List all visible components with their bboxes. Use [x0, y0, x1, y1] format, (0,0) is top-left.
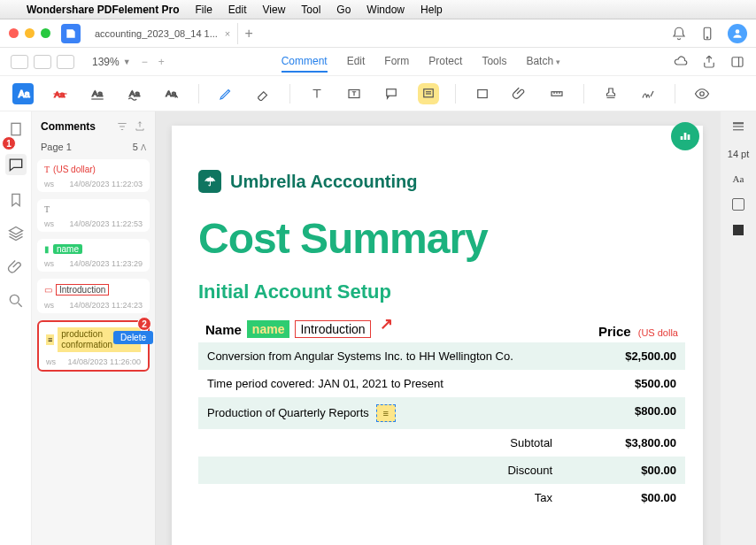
signature-tool[interactable]: [637, 83, 659, 104]
layers-icon[interactable]: [7, 225, 25, 242]
arrow-annotation-icon: ↗: [380, 314, 393, 334]
comment-item-selected[interactable]: 2 ≡ production conformation Delete ws14/…: [37, 320, 150, 372]
document-tab[interactable]: accounting_2023_08_14 1... ×: [88, 23, 238, 44]
strikethrough-tool[interactable]: Aa: [50, 83, 71, 104]
attachments-icon[interactable]: [7, 258, 25, 276]
zoom-in-button[interactable]: +: [158, 56, 165, 68]
rectangle-annotation[interactable]: Introduction: [295, 320, 370, 338]
ai-fab-button[interactable]: [671, 122, 699, 150]
traffic-lights: [9, 28, 50, 38]
eraser-tool[interactable]: [252, 83, 274, 104]
app-logo-icon: [61, 24, 81, 43]
divider: [583, 84, 584, 104]
menu-go[interactable]: Go: [336, 4, 351, 16]
svg-rect-23: [12, 123, 20, 134]
tab-edit[interactable]: Edit: [347, 51, 366, 73]
close-tab-button[interactable]: ×: [225, 28, 230, 39]
tab-batch[interactable]: Batch ▾: [526, 51, 559, 73]
zoom-window-button[interactable]: [41, 28, 50, 38]
page-display-icon[interactable]: [730, 119, 746, 134]
comment-item[interactable]: T ws14/08/2023 11:22:53: [37, 199, 150, 232]
menu-view[interactable]: View: [263, 4, 286, 16]
outline-box-icon[interactable]: [732, 198, 744, 211]
comments-rail-icon[interactable]: [5, 154, 27, 175]
comments-list: T (US dollar) ws14/08/2023 11:22:03 T ws…: [32, 159, 155, 545]
titlebar: accounting_2023_08_14 1... × +: [0, 19, 756, 48]
app-name[interactable]: Wondershare PDFelement Pro: [27, 4, 180, 16]
menu-help[interactable]: Help: [420, 4, 443, 16]
share-icon[interactable]: [701, 54, 717, 70]
mobile-icon[interactable]: [699, 26, 715, 42]
textbox-tool[interactable]: [343, 83, 365, 104]
menu-window[interactable]: Window: [366, 4, 405, 16]
svg-text:Aa: Aa: [19, 88, 30, 98]
font-size-label[interactable]: 14 pt: [728, 149, 749, 159]
content-area: 1 Comments Page 1 5 ᐱ T (US dollar) ws14…: [0, 111, 756, 545]
tab-form[interactable]: Form: [384, 51, 409, 73]
sticky-note-tool[interactable]: [418, 83, 439, 104]
view-mode-sidebar[interactable]: [11, 55, 28, 69]
panel-toggle-icon[interactable]: [729, 54, 745, 70]
search-rail-icon[interactable]: [7, 292, 25, 310]
close-window-button[interactable]: [9, 28, 19, 38]
caret-tool[interactable]: Aa: [161, 83, 182, 104]
zoom-value: 139%: [92, 56, 120, 68]
menu-file[interactable]: File: [196, 4, 212, 16]
squiggly-tool[interactable]: Aa: [124, 83, 145, 104]
export-icon[interactable]: [134, 120, 146, 133]
svg-point-24: [10, 295, 19, 303]
stamp-tool[interactable]: [600, 83, 621, 104]
solid-box-icon[interactable]: [733, 225, 744, 235]
rectangle-tool[interactable]: [472, 83, 493, 104]
visibility-tool[interactable]: [691, 83, 713, 104]
summary-row: Discount$00.00: [198, 457, 685, 484]
menu-tool[interactable]: Tool: [301, 4, 320, 16]
menu-edit[interactable]: Edit: [228, 4, 247, 16]
col-price: Price: [598, 324, 631, 339]
view-mode-single[interactable]: [57, 55, 74, 69]
comments-page-row[interactable]: Page 1 5 ᐱ: [32, 138, 155, 159]
document-page: ☂ Umbrella Acccounting Cost Summary Init…: [172, 126, 703, 545]
text-tool[interactable]: [306, 83, 328, 104]
document-viewport[interactable]: ☂ Umbrella Acccounting Cost Summary Init…: [156, 111, 721, 545]
comment-item[interactable]: ▭ Introduction ws14/08/2023 11:24:23: [37, 279, 150, 313]
zoom-out-button[interactable]: −: [142, 56, 148, 68]
col-name: Name: [205, 322, 242, 337]
avatar[interactable]: [728, 24, 747, 43]
new-tab-button[interactable]: +: [238, 26, 259, 42]
summary-row: Tax$00.00: [198, 484, 685, 511]
svg-point-1: [706, 36, 708, 38]
measure-tool[interactable]: [546, 83, 567, 104]
tab-tools[interactable]: Tools: [482, 51, 506, 73]
tab-comment[interactable]: Comment: [282, 51, 328, 73]
cost-table: Name name Introduction ↗ Price (US dolla…: [198, 316, 685, 511]
highlight-annotation[interactable]: name: [247, 320, 290, 338]
toolbar-annotation: Aa Aa Aa Aa Aa: [0, 76, 756, 111]
notification-icon[interactable]: [671, 26, 687, 42]
cloud-icon[interactable]: [673, 54, 689, 70]
thumbnails-icon[interactable]: [7, 120, 25, 138]
sticky-note-annotation[interactable]: [376, 404, 396, 422]
attachment-tool[interactable]: [509, 83, 530, 104]
text-annotation[interactable]: (US dolla: [638, 327, 678, 338]
comment-item[interactable]: T (US dollar) ws14/08/2023 11:22:03: [37, 159, 150, 192]
font-style-label[interactable]: Aa: [733, 173, 744, 184]
pencil-tool[interactable]: [215, 83, 236, 104]
tab-protect[interactable]: Protect: [428, 51, 462, 73]
highlight-tool[interactable]: Aa: [12, 83, 34, 104]
minimize-window-button[interactable]: [25, 28, 35, 38]
callout-tool[interactable]: [381, 83, 402, 104]
divider: [455, 84, 456, 104]
comment-item[interactable]: ▮ name ws14/08/2023 11:23:29: [37, 239, 150, 272]
left-sidebar-rail: 1: [0, 111, 32, 545]
view-mode-grid[interactable]: [34, 55, 51, 69]
delete-comment-button[interactable]: Delete: [113, 331, 153, 344]
svg-rect-13: [387, 88, 397, 96]
svg-point-22: [700, 91, 705, 96]
zoom-control[interactable]: 139% ▼ − +: [92, 56, 165, 68]
divider: [675, 84, 675, 104]
bookmarks-icon[interactable]: [7, 191, 25, 209]
divider: [198, 84, 199, 104]
filter-icon[interactable]: [116, 120, 128, 133]
underline-tool[interactable]: Aa: [87, 83, 108, 104]
